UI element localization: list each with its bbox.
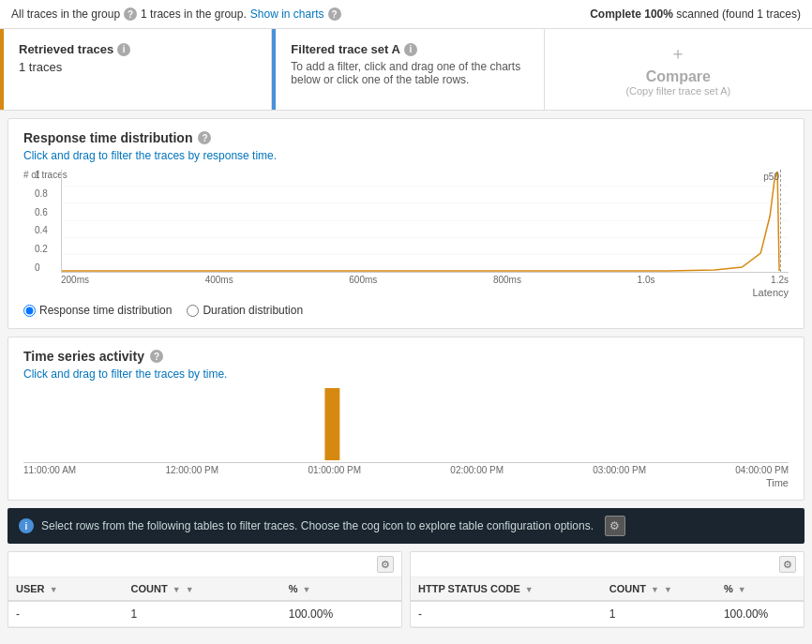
ts-x-ticks: 11:00:00 AM 12:00:00 PM 01:00:00 PM 02:0… <box>23 465 789 475</box>
user-table-header-row: ⚙ <box>8 552 401 577</box>
user-filter-arrow[interactable]: ▼ <box>50 585 58 594</box>
user-pct-cell: 100.00% <box>281 601 401 627</box>
http-pct-col-header[interactable]: % ▼ <box>716 577 804 601</box>
retrieved-info-icon[interactable]: i <box>117 43 130 56</box>
show-in-charts-info-icon[interactable]: ? <box>328 7 341 21</box>
http-table-header-row: ⚙ <box>411 552 804 577</box>
response-chart-svg <box>62 170 789 272</box>
top-bar-trace-count: 1 traces in the group. <box>141 7 247 21</box>
http-count-cell: 1 <box>602 601 716 627</box>
compare-sub: (Copy filter trace set A) <box>625 85 730 97</box>
user-table-cog[interactable]: ⚙ <box>377 556 394 573</box>
info-bar-message: Select rows from the following tables to… <box>41 519 594 532</box>
p50-line <box>780 170 781 272</box>
user-count-sort-arrow[interactable]: ▼ <box>173 585 181 594</box>
top-bar-right: Complete 100% scanned (found 1 traces) <box>590 7 801 21</box>
user-pct-col-header[interactable]: % ▼ <box>281 577 401 601</box>
time-series-info-icon[interactable]: ? <box>150 350 163 363</box>
ts-x-label: Time <box>23 477 789 488</box>
p50-label: p50 <box>763 172 779 182</box>
time-series-chart-area[interactable] <box>23 388 789 463</box>
response-time-title: Response time distribution ? <box>23 130 789 145</box>
user-table-row[interactable]: - 1 100.00% <box>8 601 401 627</box>
retrieved-traces-card: Retrieved traces i 1 traces <box>0 29 272 110</box>
http-code-col-header[interactable]: HTTP STATUS CODE ▼ <box>411 577 602 601</box>
filtered-trace-card: Filtered trace set A i To add a filter, … <box>272 29 544 110</box>
filtered-card-desc: To add a filter, click and drag one of t… <box>291 60 528 86</box>
user-table-box: ⚙ USER ▼ COUNT ▼ ▼ % ▼ <box>8 551 402 628</box>
user-count-cell: 1 <box>124 601 281 627</box>
info-bar: i Select rows from the following tables … <box>8 508 804 544</box>
compare-card[interactable]: ＋ Compare (Copy filter trace set A) <box>545 29 812 110</box>
user-count-filter-arrow[interactable]: ▼ <box>186 585 194 594</box>
filtered-card-title: Filtered trace set A i <box>291 42 528 56</box>
top-bar: All traces in the group ? 1 traces in th… <box>0 0 812 29</box>
http-table: HTTP STATUS CODE ▼ COUNT ▼ ▼ % ▼ <box>411 577 804 627</box>
top-bar-info-icon[interactable]: ? <box>124 7 137 21</box>
info-bar-cog-button[interactable]: ⚙ <box>605 516 625 536</box>
response-time-info-icon[interactable]: ? <box>198 131 211 144</box>
time-series-svg <box>23 388 789 462</box>
user-pct-filter-arrow[interactable]: ▼ <box>303 585 311 594</box>
cards-row: Retrieved traces i 1 traces Filtered tra… <box>0 29 812 111</box>
time-series-subtitle: Click and drag to filter the traces by t… <box>23 367 789 381</box>
http-code-filter-arrow[interactable]: ▼ <box>525 585 534 594</box>
scan-status: Complete 100% <box>590 7 673 21</box>
http-table-cog[interactable]: ⚙ <box>779 556 796 573</box>
http-count-filter-arrow[interactable]: ▼ <box>664 585 672 594</box>
user-cell: - <box>8 601 124 627</box>
compare-label[interactable]: Compare <box>646 68 711 85</box>
y-ticks: 1 0.8 0.6 0.4 0.2 0 <box>35 170 48 273</box>
radio-row: Response time distribution Duration dist… <box>23 304 789 317</box>
response-time-section: Response time distribution ? Click and d… <box>8 118 804 329</box>
user-count-col-header[interactable]: COUNT ▼ ▼ <box>124 577 281 601</box>
show-in-charts-link[interactable]: Show in charts <box>250 7 324 21</box>
response-chart-area[interactable]: p50 <box>61 170 789 273</box>
user-table-header: USER ▼ COUNT ▼ ▼ % ▼ <box>8 577 401 601</box>
http-table-row[interactable]: - 1 100.00% <box>411 601 804 627</box>
compare-icon: ＋ <box>669 42 686 65</box>
svg-rect-5 <box>324 388 339 460</box>
http-count-sort-arrow[interactable]: ▼ <box>651 585 659 594</box>
response-time-subtitle: Click and drag to filter the traces by r… <box>23 149 789 162</box>
info-bar-icon: i <box>19 518 34 533</box>
time-series-title: Time series activity ? <box>23 349 789 364</box>
http-table-header: HTTP STATUS CODE ▼ COUNT ▼ ▼ % ▼ <box>411 577 804 601</box>
http-table-box: ⚙ HTTP STATUS CODE ▼ COUNT ▼ ▼ % ▼ <box>410 551 804 628</box>
radio-duration[interactable]: Duration distribution <box>187 304 303 317</box>
x-axis-label: Latency <box>61 287 789 298</box>
retrieved-card-value: 1 traces <box>19 60 256 74</box>
scan-found: scanned (found 1 traces) <box>676 7 801 21</box>
user-col-header[interactable]: USER ▼ <box>8 577 124 601</box>
x-ticks: 200ms 400ms 600ms 800ms 1.0s 1.2s <box>61 275 789 285</box>
filtered-info-icon[interactable]: i <box>404 43 417 56</box>
top-bar-text: All traces in the group <box>11 7 120 21</box>
radio-response-time[interactable]: Response time distribution <box>23 304 172 317</box>
time-series-section: Time series activity ? Click and drag to… <box>8 337 804 501</box>
http-pct-filter-arrow[interactable]: ▼ <box>738 585 746 594</box>
http-count-col-header[interactable]: COUNT ▼ ▼ <box>602 577 716 601</box>
tables-row: ⚙ USER ▼ COUNT ▼ ▼ % ▼ <box>8 551 804 628</box>
retrieved-card-title: Retrieved traces i <box>19 42 256 56</box>
response-chart-wrapper: # of traces 1 0.8 0.6 0.4 0.2 0 p50 <box>61 170 789 298</box>
http-code-cell: - <box>411 601 602 627</box>
user-table: USER ▼ COUNT ▼ ▼ % ▼ - <box>8 577 401 627</box>
top-bar-left: All traces in the group ? 1 traces in th… <box>11 7 341 21</box>
http-pct-cell: 100.00% <box>716 601 804 627</box>
